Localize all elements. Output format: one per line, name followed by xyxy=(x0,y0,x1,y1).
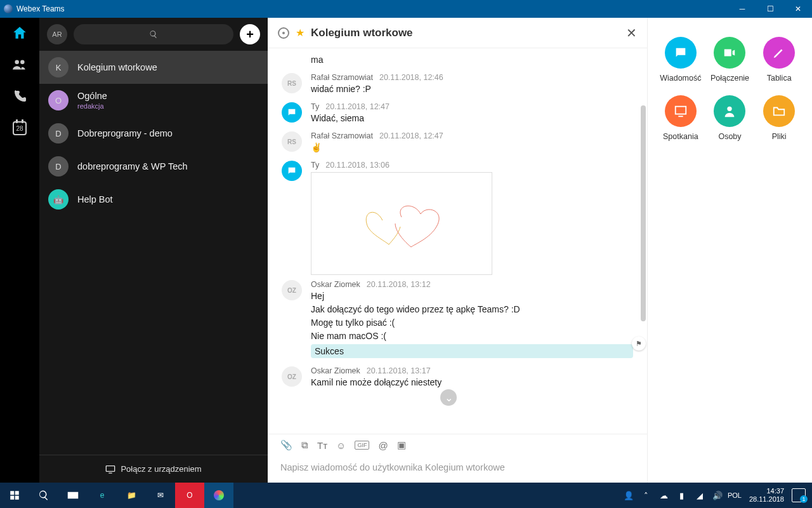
message-avatar xyxy=(282,102,302,123)
message-avatar: OZ xyxy=(282,280,302,300)
room-name: dobreprogramy & WP Tech xyxy=(77,161,188,171)
msg-icon xyxy=(665,37,697,69)
scrollbar[interactable] xyxy=(641,105,646,321)
scroll-down-button[interactable]: ⌄ xyxy=(440,389,457,406)
panel-action-pen[interactable]: Tablica xyxy=(757,37,801,83)
people-tray-icon[interactable]: 👤 xyxy=(621,483,636,508)
close-button[interactable]: ✕ xyxy=(784,0,812,18)
person-card-icon[interactable]: ▣ xyxy=(397,439,406,451)
message-text: Widać, siema xyxy=(311,113,633,123)
message-time: 20.11.2018, 12:46 xyxy=(379,73,443,82)
message-text: Jak dołączyć do tego wideo przez tę apkę… xyxy=(311,304,633,314)
room-item[interactable]: DDobreprogramy - demo xyxy=(39,117,268,150)
panel-action-label: Spotkania xyxy=(663,132,698,141)
calls-icon[interactable] xyxy=(11,88,29,105)
add-button[interactable]: + xyxy=(240,24,260,44)
user-avatar[interactable]: AR xyxy=(47,24,67,44)
message: OZOskar Ziomek20.11.2018, 13:17Kamil nie… xyxy=(268,364,647,393)
message-text: Mogę tu tylko pisać :( xyxy=(311,318,633,328)
edge-icon[interactable]: e xyxy=(88,483,117,508)
room-item[interactable]: Ddobreprogramy & WP Tech xyxy=(39,150,268,183)
message-author: Rafał Szramowiat xyxy=(311,131,373,140)
search-taskbar-icon[interactable] xyxy=(29,483,58,508)
connect-device-button[interactable]: Połącz z urządzeniem xyxy=(39,455,268,483)
lang-indicator[interactable]: POL xyxy=(728,483,742,508)
wifi-tray-icon[interactable]: ◢ xyxy=(692,483,707,508)
room-item[interactable]: OOgólneredakcja xyxy=(39,84,268,117)
message-text: Nie mam macOS :( xyxy=(311,331,633,341)
message-avatar: RS xyxy=(282,73,302,93)
settings-icon[interactable] xyxy=(278,27,289,39)
home-icon[interactable] xyxy=(11,24,29,42)
composer[interactable]: Napisz wiadomość do użytkownika Kolegium… xyxy=(268,456,647,483)
mail-icon[interactable]: ✉ xyxy=(146,483,175,508)
message-author: Oskar Ziomek xyxy=(311,280,360,289)
composer-toolbar: 📎 ⧉ Tт ☺ GIF @ ▣ xyxy=(268,434,647,456)
taskview-icon[interactable] xyxy=(58,483,88,508)
room-avatar: D xyxy=(48,156,69,177)
panel-action-msg[interactable]: Wiadomość xyxy=(659,37,702,83)
svg-rect-4 xyxy=(74,493,78,498)
battery-tray-icon[interactable]: ▮ xyxy=(674,483,690,508)
message-author: Ty xyxy=(311,161,319,170)
panel-action-label: Wiadomość xyxy=(660,74,701,83)
close-chat-icon[interactable]: ✕ xyxy=(626,25,637,41)
person-icon xyxy=(714,95,745,127)
message-text: Hej xyxy=(311,291,633,301)
format-icon[interactable]: Tт xyxy=(317,440,327,451)
panel-action-screen[interactable]: Spotkania xyxy=(659,95,702,141)
message-avatar: OZ xyxy=(282,366,302,387)
webex-taskbar-icon[interactable] xyxy=(204,483,233,508)
action-center-icon[interactable] xyxy=(792,488,806,502)
mention-icon[interactable]: @ xyxy=(378,440,388,451)
room-name: Help Bot xyxy=(77,194,113,204)
teams-icon[interactable] xyxy=(11,56,29,74)
message-author: Oskar Ziomek xyxy=(311,366,360,375)
message-image[interactable] xyxy=(311,172,492,275)
onedrive-tray-icon[interactable]: ☁ xyxy=(657,483,672,508)
flag-icon[interactable]: ⚑ xyxy=(632,337,646,351)
taskbar-clock[interactable]: 14:37 28.11.2018 xyxy=(744,487,789,504)
panel-action-person[interactable]: Osoby xyxy=(709,95,752,141)
gif-icon[interactable]: GIF xyxy=(355,441,369,450)
taskbar[interactable]: e 📁 ✉ O 👤 ˄ ☁ ▮ ◢ 🔊 POL 14:37 28.11.2018 xyxy=(0,483,812,508)
room-subtitle: redakcja xyxy=(77,102,107,110)
panel-action-folder[interactable]: Pliki xyxy=(757,95,801,141)
minimize-button[interactable]: ─ xyxy=(728,0,756,18)
message: Ty20.11.2018, 12:47Widać, siema xyxy=(268,100,647,129)
room-item[interactable]: 🤖Help Bot xyxy=(39,183,268,216)
message: RSRafał Szramowiat20.11.2018, 12:47✌️ xyxy=(268,129,647,158)
tray-chevron-icon[interactable]: ˄ xyxy=(639,483,654,508)
nav-rail: 28 xyxy=(0,18,39,483)
explorer-icon[interactable]: 📁 xyxy=(117,483,146,508)
message-text: ma xyxy=(311,55,323,65)
emoji-icon[interactable]: ☺ xyxy=(336,440,346,451)
calendar-icon[interactable]: 28 xyxy=(11,119,29,137)
svg-point-2 xyxy=(728,107,732,111)
search-input[interactable] xyxy=(74,24,233,44)
pen-icon xyxy=(763,37,795,69)
message-author: Rafał Szramowiat xyxy=(311,73,373,82)
panel-action-video[interactable]: Połączenie xyxy=(709,37,752,83)
maximize-button[interactable]: ☐ xyxy=(756,0,784,18)
window-titlebar: Webex Teams ─ ☐ ✕ xyxy=(0,0,812,18)
window-title: Webex Teams xyxy=(16,4,728,13)
message-time: 20.11.2018, 12:47 xyxy=(379,131,443,140)
message-list[interactable]: maRSRafał Szramowiat20.11.2018, 12:46wid… xyxy=(268,48,647,434)
message: Ty20.11.2018, 13:06 xyxy=(268,158,647,277)
video-icon xyxy=(714,37,745,69)
attach-icon[interactable]: 📎 xyxy=(280,439,292,451)
chat-header: ★ Kolegium wtorkowe ✕ xyxy=(268,18,647,48)
room-name: Kolegium wtorkowe xyxy=(77,62,157,72)
svg-rect-1 xyxy=(676,107,686,114)
screenshot-icon[interactable]: ⧉ xyxy=(301,439,308,451)
volume-tray-icon[interactable]: 🔊 xyxy=(710,483,725,508)
start-button[interactable] xyxy=(0,483,29,508)
room-name: Ogólne xyxy=(77,91,107,101)
room-item[interactable]: KKolegium wtorkowe xyxy=(39,51,268,84)
favorite-star-icon[interactable]: ★ xyxy=(296,27,304,39)
opera-icon[interactable]: O xyxy=(175,483,204,508)
right-panel: WiadomośćPołączenieTablicaSpotkaniaOsoby… xyxy=(647,18,812,483)
highlighted-message[interactable]: Sukces⚑ xyxy=(311,344,633,358)
chat-panel: ★ Kolegium wtorkowe ✕ maRSRafał Szramowi… xyxy=(268,18,647,483)
